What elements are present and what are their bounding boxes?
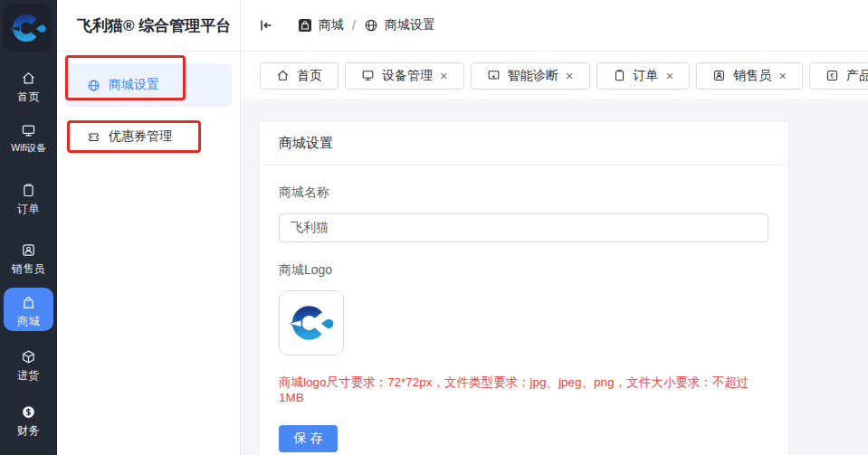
collapse-sidebar-button[interactable]: [259, 18, 273, 33]
salesperson-icon: [712, 69, 726, 82]
breadcrumb-separator: /: [352, 18, 356, 33]
tab-smart-diagnosis[interactable]: 智能诊断 ×: [471, 62, 590, 90]
breadcrumb-label: 商城: [319, 17, 344, 33]
diagnosis-screen-icon: [487, 69, 501, 82]
sidebar-item-label: 财务: [0, 423, 57, 439]
main-header: 商城 / 商城设置: [242, 0, 868, 52]
sidebar-item-orders[interactable]: 订单: [0, 183, 57, 217]
coupon-icon: [87, 130, 100, 144]
home-icon: [21, 71, 36, 86]
main-area: 商城 / 商城设置 首页 设备管理 ×: [242, 0, 868, 455]
feilimao-logo-icon: [288, 299, 335, 346]
app-logo[interactable]: [4, 4, 52, 52]
mall-name-input[interactable]: [279, 213, 768, 242]
salesperson-icon: [21, 242, 36, 258]
tab-label: 订单: [634, 68, 659, 84]
tab-home[interactable]: 首页: [260, 62, 339, 90]
monitor-icon: [21, 123, 36, 138]
globe-icon: [364, 18, 378, 33]
tab-label: 智能诊断: [508, 68, 558, 84]
tab-orders[interactable]: 订单 ×: [596, 62, 691, 90]
sidebar-item-mall[interactable]: 商城: [4, 288, 53, 331]
breadcrumb-item-mall[interactable]: 商城: [298, 17, 344, 33]
content-area: 商城设置 商城名称 商城Logo: [242, 101, 868, 455]
app-title: 飞利猫® 综合管理平台: [57, 0, 240, 52]
svg-text:€: €: [831, 72, 835, 79]
left-sidebar: 首页 Wifi设备 订单 销售员 商城 进货 财务: [0, 0, 57, 455]
sidebar-item-label: 销售员: [0, 261, 57, 277]
tab-close-icon[interactable]: ×: [778, 69, 787, 82]
breadcrumb: 商城 / 商城设置: [298, 17, 435, 33]
mall-submenu: 商城设置 优惠券管理: [57, 52, 240, 158]
collapse-left-icon: [259, 18, 273, 33]
product-icon: €: [825, 69, 839, 82]
tab-label: 设备管理: [382, 68, 433, 84]
sidebar-item-salespersons[interactable]: 销售员: [0, 242, 57, 277]
submenu-item-coupon-management[interactable]: 优惠券管理: [65, 115, 232, 158]
sidebar-item-label: 商城: [4, 314, 53, 329]
mall-bag-icon: [21, 295, 36, 310]
globe-icon: [87, 79, 100, 92]
tab-label: 产品: [846, 68, 868, 84]
logo-requirements-hint: 商城logo尺寸要求：72*72px，文件类型要求：jpg、jpeg、png，文…: [279, 374, 768, 404]
breadcrumb-item-mall-settings[interactable]: 商城设置: [364, 17, 435, 33]
sidebar-item-label: Wifi设备: [0, 142, 57, 155]
mall-bag-icon: [298, 18, 312, 33]
monitor-icon: [361, 69, 375, 82]
tab-salespersons[interactable]: 销售员 ×: [696, 62, 803, 90]
sidebar-item-home[interactable]: 首页: [0, 71, 57, 105]
mall-name-label: 商城名称: [279, 185, 768, 201]
tab-close-icon[interactable]: ×: [566, 69, 574, 82]
secondary-sidebar: 飞利猫® 综合管理平台 商城设置 优惠券管理: [57, 0, 241, 455]
submenu-item-mall-settings[interactable]: 商城设置: [65, 63, 232, 107]
sidebar-item-wifi-devices[interactable]: Wifi设备: [0, 123, 57, 155]
tab-device-management[interactable]: 设备管理 ×: [345, 62, 464, 90]
tab-close-icon[interactable]: ×: [440, 69, 448, 82]
submenu-item-label: 优惠券管理: [109, 128, 172, 145]
feilimao-logo-icon: [9, 9, 47, 47]
mall-settings-form: 商城名称 商城Logo: [259, 166, 788, 455]
submenu-item-label: 商城设置: [109, 77, 159, 93]
purchase-cube-icon: [21, 349, 36, 365]
card-title: 商城设置: [259, 121, 788, 166]
tab-bar: 首页 设备管理 × 智能诊断 × 订单 ×: [242, 52, 868, 100]
tab-products[interactable]: € 产品: [809, 62, 868, 90]
mall-settings-card: 商城设置 商城名称 商城Logo: [258, 120, 789, 455]
order-clipboard-icon: [613, 69, 626, 82]
mall-logo-upload[interactable]: [279, 290, 344, 355]
tab-close-icon[interactable]: ×: [666, 69, 674, 82]
sidebar-item-purchase[interactable]: 进货: [0, 349, 57, 384]
breadcrumb-label: 商城设置: [385, 17, 435, 33]
sidebar-item-finance[interactable]: 财务: [0, 404, 57, 439]
tab-label: 首页: [297, 68, 322, 84]
sidebar-item-label: 订单: [0, 202, 57, 217]
sidebar-item-label: 进货: [0, 368, 57, 384]
finance-coin-icon: [21, 404, 36, 420]
tab-label: 销售员: [733, 68, 771, 84]
home-icon: [276, 69, 290, 82]
sidebar-item-label: 首页: [0, 90, 57, 105]
mall-logo-label: 商城Logo: [279, 262, 768, 279]
order-clipboard-icon: [21, 183, 36, 198]
save-button[interactable]: 保 存: [279, 425, 338, 452]
